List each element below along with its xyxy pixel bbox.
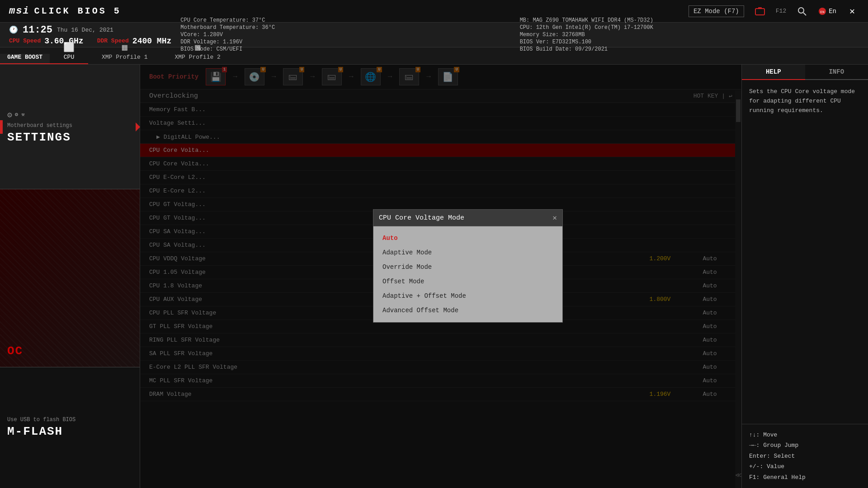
xmp2-icon: ▦: [195, 42, 200, 53]
oc-row-dram[interactable]: DRAM Voltage 1.196V Auto: [140, 388, 741, 401]
oc-row-cpu-ecore-l2-1[interactable]: CPU E-Core L2...: [140, 171, 741, 184]
clock-row: 🕐 11:25 Thu 16 Dec, 2021: [9, 24, 171, 36]
oc-row-voltage-settings[interactable]: Voltage Setti...: [140, 117, 741, 130]
boot-device-6[interactable]: 🖴 U: [399, 68, 419, 85]
oc-row-val2: Auto: [687, 255, 732, 262]
oc-row-name: RING PLL SFR Voltage: [149, 337, 633, 343]
left-sidebar: ⚙ ⚙ ⚒ Motherboard settings SETTINGS OC U…: [0, 65, 140, 488]
center-wrapper: Boot Priority 💾 1 → 💿 U → 🖴 U: [140, 65, 741, 488]
svg-rect-0: [755, 9, 764, 15]
boot-device-file[interactable]: 📄 U: [438, 68, 458, 85]
bios-ver: BIOS Ver: E7D32IMS.100: [520, 39, 850, 45]
boot-device-cd[interactable]: 💿 U: [245, 68, 264, 85]
modal-option-advanced-offset[interactable]: Advanced Offset Mode: [373, 303, 562, 318]
boot-arrow-2: →: [272, 73, 276, 81]
boot-arrow-5: →: [388, 73, 392, 81]
nav-hint-f1: F1: General Help: [749, 472, 861, 483]
oc-row-name: SA PLL SFR Voltage: [149, 350, 633, 357]
modal-close-button[interactable]: ✕: [552, 213, 557, 222]
boot-device-usb1[interactable]: 🖴 U: [283, 68, 303, 85]
modal-option-offset[interactable]: Offset Mode: [373, 274, 562, 289]
boot-device-5[interactable]: 🌐 U: [361, 68, 381, 85]
settings-main-label: SETTINGS: [7, 131, 132, 144]
svg-point-2: [798, 8, 804, 13]
nav-hint-group: →←: Group Jump: [749, 440, 861, 450]
boot-arrow-4: →: [349, 73, 354, 81]
boost-cpu-label: CPU: [64, 54, 74, 61]
boot-device-3[interactable]: 🖴 U: [283, 68, 303, 85]
oc-row-ring-pll-sfr[interactable]: RING PLL SFR Voltage Auto: [140, 333, 741, 347]
sidebar-oc[interactable]: OC: [0, 189, 140, 367]
boost-tab-xmp2[interactable]: ▦ XMP Profile 2: [161, 42, 234, 64]
tab-info[interactable]: INFO: [805, 65, 868, 80]
modal-title-bar: CPU Core Voltage Mode ✕: [373, 210, 562, 226]
oc-row-val2: Auto: [687, 296, 732, 303]
oc-row-name: ▶ DigitALL Powe...: [149, 133, 633, 141]
oc-row-digitall[interactable]: ▶ DigitALL Powe...: [140, 130, 741, 144]
modal-body: Auto Adaptive Mode Override Mode Offset …: [373, 226, 562, 322]
nav-hint-enter: Enter: Select: [749, 451, 861, 461]
modal-option-override[interactable]: Override Mode: [373, 260, 562, 274]
temp-mb: Motherboard Temperature: 36°C: [180, 24, 510, 31]
boot-device-usb2[interactable]: 🖴 U: [322, 68, 342, 85]
back-icon[interactable]: ↩: [729, 93, 732, 100]
right-scroll-thumb[interactable]: [736, 99, 741, 122]
boot-badge-5: U: [377, 67, 382, 72]
oc-row-cpu-core-voltage[interactable]: CPU Core Volta...: [140, 144, 741, 157]
oc-row-memory-fast[interactable]: Memory Fast B...: [140, 103, 741, 117]
modal-option-auto[interactable]: Auto: [373, 231, 562, 245]
oc-row-val2: Auto: [687, 323, 732, 330]
boot-priority-label: Boot Priority: [149, 73, 198, 80]
oc-row-ecore-l2-pll[interactable]: E-Core L2 PLL SFR Voltage Auto: [140, 361, 741, 374]
boot-device-2[interactable]: 💿 U: [245, 68, 264, 85]
oc-row-name: CPU E-Core L2...: [149, 174, 633, 181]
oc-row-name: CPU Core Volta...: [149, 147, 633, 154]
boost-xmp1-label: XMP Profile 1: [102, 54, 147, 61]
boot-device-net[interactable]: 🌐 U: [361, 68, 381, 85]
vcore: VCore: 1.280V: [180, 32, 510, 38]
msi-logo: msi: [9, 5, 30, 17]
boot-device-usb3[interactable]: 🖴 U: [399, 68, 419, 85]
hotkey-separator: |: [722, 93, 725, 99]
boost-tab-xmp1[interactable]: ▦ XMP Profile 1: [88, 42, 161, 64]
xmp1-icon: ▦: [122, 42, 127, 53]
boot-device-1[interactable]: 💾 1: [206, 68, 226, 85]
svg-text:EN: EN: [820, 10, 825, 14]
modal-cpu-core-voltage: CPU Core Voltage Mode ✕ Auto Adaptive Mo…: [373, 209, 563, 323]
boot-badge-7: U: [454, 67, 459, 72]
clock-time: 11:25: [23, 24, 52, 36]
oc-row-val1: 1.196V: [633, 391, 687, 398]
settings-icon-label: ⚙ ⚒: [15, 111, 25, 118]
oc-section-header: Overclocking HOT KEY | ↩: [140, 89, 741, 103]
oc-row-cpu-ecore-l2-2[interactable]: CPU E-Core L2...: [140, 184, 741, 198]
modal-option-adaptive-offset[interactable]: Adaptive + Offset Mode: [373, 289, 562, 303]
help-nav-hints: ↑↓: Move →←: Group Jump Enter: Select +/…: [742, 424, 868, 488]
oc-row-cpu-core-v2[interactable]: CPU Core Volta...: [140, 157, 741, 171]
tab-help[interactable]: HELP: [742, 65, 805, 80]
sidebar-mflash[interactable]: Use USB to flash BIOS M-FLASH: [0, 367, 140, 488]
temp-cpu: CPU Core Temperature: 37°C: [180, 17, 510, 23]
boot-device-7[interactable]: 📄 U: [438, 68, 458, 85]
oc-row-mc-pll-sfr[interactable]: MC PLL SFR Voltage Auto: [140, 374, 741, 388]
boost-tab-cpu[interactable]: ⬜ CPU: [50, 42, 88, 64]
svg-rect-1: [758, 7, 762, 9]
boot-arrow-3: →: [310, 73, 315, 81]
oc-row-name: CPU E-Core L2...: [149, 188, 633, 194]
settings-active-arrow: [136, 122, 140, 131]
boot-device-hdd[interactable]: 💾 1: [206, 68, 226, 85]
modal-option-adaptive[interactable]: Adaptive Mode: [373, 245, 562, 260]
clock-date: Thu 16 Dec, 2021: [57, 27, 113, 33]
svg-line-3: [803, 13, 806, 15]
language-label: En: [829, 8, 836, 15]
settings-sub-label: Motherboard settings: [7, 122, 132, 129]
boot-badge-4: U: [338, 67, 343, 72]
right-panel-tabs: HELP INFO: [742, 65, 868, 80]
oc-row-name: MC PLL SFR Voltage: [149, 377, 633, 384]
cpu-speed-label: CPU Speed: [9, 38, 41, 44]
boot-device-4[interactable]: 🖴 U: [322, 68, 342, 85]
language-button[interactable]: EN En: [818, 7, 836, 16]
sidebar-settings[interactable]: ⚙ ⚙ ⚒ Motherboard settings SETTINGS: [0, 65, 140, 189]
expand-icon[interactable]: ≪: [735, 471, 742, 479]
oc-row-sa-pll-sfr[interactable]: SA PLL SFR Voltage Auto: [140, 347, 741, 361]
oc-row-name: Memory Fast B...: [149, 106, 633, 113]
